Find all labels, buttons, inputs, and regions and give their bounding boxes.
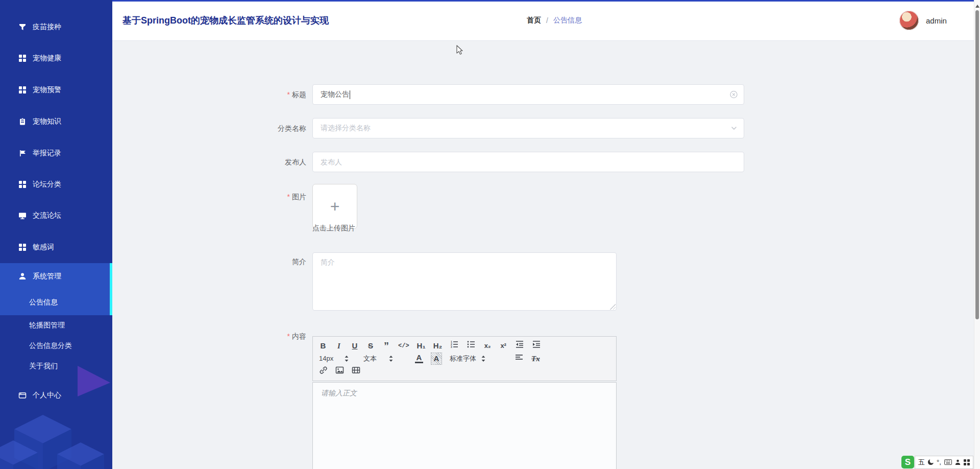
ordered-list-icon[interactable]: 123	[450, 340, 459, 352]
vertical-scrollbar	[974, 0, 980, 469]
sidebar-item-pet-health[interactable]: 宠物健康	[0, 43, 112, 74]
sidebar-item-label: 疫苗接种	[33, 22, 61, 32]
field-label-publisher: 发布人	[235, 157, 306, 167]
toolbox-icon[interactable]	[964, 459, 970, 465]
user-menu[interactable]: admin	[899, 0, 947, 41]
scrollbar-up-arrow[interactable]	[975, 3, 979, 8]
header1-button[interactable]: H₁	[417, 340, 426, 351]
category-select[interactable]: 请选择分类名称	[312, 118, 744, 138]
grid-icon	[18, 54, 27, 62]
strike-button[interactable]: S	[366, 340, 375, 351]
sidebar-item-system-management[interactable]: 系统管理	[0, 263, 112, 289]
breadcrumb: 首页 / 公告信息	[527, 0, 582, 41]
sogou-logo[interactable]: S	[901, 456, 914, 468]
bold-button[interactable]: B	[319, 340, 327, 351]
plus-icon: +	[330, 197, 340, 216]
sidebar-item-label: 宠物预警	[33, 85, 61, 95]
user-avatar[interactable]	[899, 11, 919, 30]
punctuation-mode-button[interactable]: °,	[937, 458, 941, 466]
page-title: 基于SpringBoot的宠物成长监管系统的设计与实现	[122, 0, 329, 41]
sidebar: 疫苗接种 宠物健康 宠物预警 宠物知识 举报记录 论坛分类 交流论坛 敏感词	[0, 0, 112, 469]
sidebar-item-pet-knowledge[interactable]: 宠物知识	[0, 106, 112, 137]
updown-arrows-icon	[389, 356, 393, 362]
link-icon[interactable]	[319, 366, 328, 378]
editor-placeholder: 请输入正文	[321, 389, 357, 397]
subscript-button[interactable]: x₂	[483, 340, 492, 351]
required-mark: *	[287, 332, 290, 340]
editor-toolbar-row-2: 14px 文本 A A 标准字体 Tx	[319, 352, 610, 365]
font-size-picker[interactable]: 14px	[319, 355, 356, 362]
scrollbar-thumb[interactable]	[975, 10, 979, 319]
header2-button[interactable]: H₂	[433, 340, 443, 351]
clipboard-icon	[18, 118, 27, 126]
user-icon	[18, 272, 27, 280]
indent-icon[interactable]	[532, 340, 541, 352]
sidebar-item-label: 宠物健康	[33, 54, 61, 63]
italic-button[interactable]: I	[335, 340, 343, 351]
required-mark: *	[287, 193, 290, 201]
sidebar-item-forum-category[interactable]: 论坛分类	[0, 169, 112, 200]
monitor-icon	[18, 212, 27, 220]
app-window: 疫苗接种 宠物健康 宠物预警 宠物知识 举报记录 论坛分类 交流论坛 敏感词	[0, 0, 980, 469]
editor-toolbar-row-3	[319, 365, 610, 378]
field-label-image: *图片	[235, 192, 306, 202]
align-icon[interactable]	[514, 353, 524, 365]
sidebar-subitem-about-us[interactable]: 关于我们	[0, 356, 112, 377]
sidebar-subitem-label: 公告信息	[29, 298, 58, 307]
sidebar-item-label: 论坛分类	[33, 180, 61, 189]
text-color-button[interactable]: A	[415, 354, 423, 363]
decor-cube	[57, 442, 104, 469]
video-icon[interactable]	[352, 366, 360, 378]
person-icon[interactable]	[955, 459, 961, 465]
publisher-input[interactable]	[312, 152, 744, 172]
image-icon[interactable]	[335, 366, 344, 378]
underline-button[interactable]: U	[351, 340, 359, 351]
breadcrumb-separator: /	[546, 16, 548, 25]
breadcrumb-home[interactable]: 首页	[527, 16, 541, 25]
moon-icon[interactable]	[928, 459, 934, 465]
blockquote-button[interactable]: ”	[382, 342, 390, 349]
superscript-button[interactable]: x²	[499, 340, 507, 351]
sidebar-item-pet-warning[interactable]: 宠物预警	[0, 75, 112, 105]
required-mark: *	[287, 90, 290, 99]
title-input[interactable]: 宠物公告	[312, 84, 744, 105]
sidebar-item-report-records[interactable]: 举报记录	[0, 138, 112, 169]
text-caret	[350, 90, 350, 99]
sidebar-item-forum[interactable]: 交流论坛	[0, 200, 112, 231]
sidebar-item-sensitive-words[interactable]: 敏感词	[0, 232, 112, 263]
chevron-down-icon	[730, 125, 738, 132]
sidebar-item-label: 交流论坛	[33, 211, 61, 220]
flag-icon	[18, 149, 27, 157]
sidebar-item-vaccine[interactable]: 疫苗接种	[0, 12, 112, 42]
sidebar-item-label: 宠物知识	[33, 117, 61, 126]
vaccine-icon	[18, 23, 27, 31]
sidebar-subitem-announcement-category[interactable]: 公告信息分类	[0, 336, 112, 356]
clear-format-button[interactable]: Tx	[531, 353, 540, 364]
background-color-button[interactable]: A	[431, 353, 442, 365]
intro-textarea[interactable]	[312, 252, 617, 311]
editor-content-area[interactable]: 请输入正文	[312, 382, 617, 469]
category-placeholder: 请选择分类名称	[321, 124, 371, 133]
sidebar-subitem-carousel-management[interactable]: 轮播图管理	[0, 315, 112, 336]
font-family-picker[interactable]: 标准字体	[450, 354, 507, 363]
editor-toolbar-row-1: B I U S ” </> H₁ H₂ 123 x₂ x²	[319, 339, 610, 352]
circle-close-icon[interactable]	[730, 91, 738, 99]
mouse-cursor	[456, 45, 466, 56]
keyboard-icon[interactable]	[944, 459, 952, 465]
sidebar-item-label: 敏感词	[33, 243, 54, 252]
outdent-icon[interactable]	[515, 340, 524, 352]
sidebar-subitem-announcement-info[interactable]: 公告信息	[0, 289, 112, 315]
sidebar-item-label: 个人中心	[33, 391, 61, 400]
image-upload-box[interactable]: +	[312, 184, 357, 229]
window-icon	[18, 391, 27, 400]
sidebar-subitem-label: 公告信息分类	[29, 341, 72, 350]
user-name: admin	[926, 16, 947, 25]
code-block-button[interactable]: </>	[398, 340, 409, 351]
breadcrumb-current: 公告信息	[553, 16, 582, 25]
wubi-mode-button[interactable]: 五	[918, 458, 925, 467]
sogou-ime-bar: S 五 °,	[901, 456, 973, 468]
field-label-intro: 简介	[235, 256, 306, 267]
field-label-category: 分类名称	[235, 123, 306, 133]
header-picker[interactable]: 文本	[363, 354, 407, 363]
bullet-list-icon[interactable]	[467, 340, 476, 352]
